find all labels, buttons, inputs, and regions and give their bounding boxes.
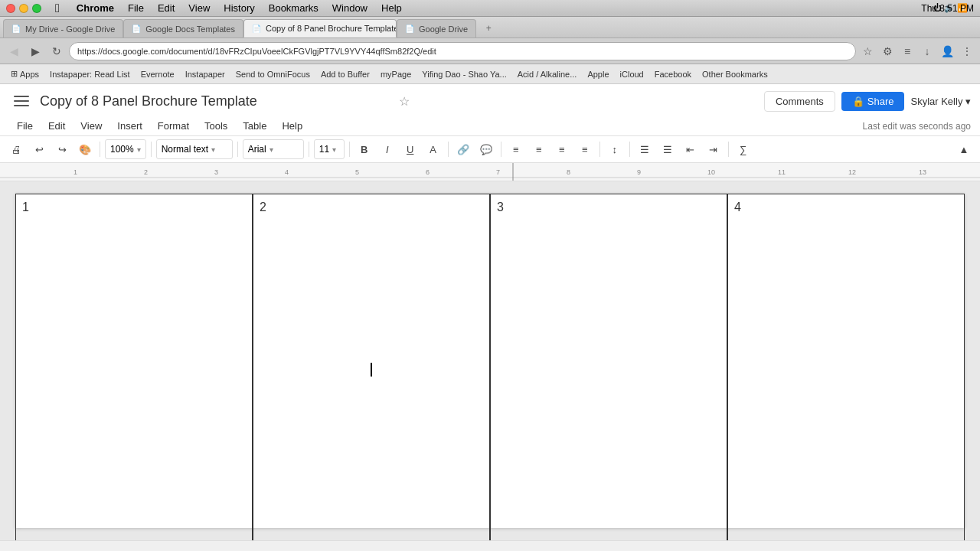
numbered-list-button[interactable]: ☰ [658, 139, 678, 159]
svg-text:2: 2 [144, 168, 148, 176]
bullet-list-button[interactable]: ☰ [635, 139, 655, 159]
tab-icon-templates: 📄 [132, 24, 141, 33]
panel-4[interactable]: 4 [727, 194, 965, 540]
extension-icon-4[interactable]: 👤 [939, 43, 956, 60]
tab-google-drive[interactable]: 📄 Google Drive [397, 19, 476, 37]
help-menu[interactable]: Help [375, 0, 408, 17]
tab-my-drive[interactable]: 📄 My Drive - Google Drive [3, 19, 123, 37]
comments-button[interactable]: Comments [764, 91, 835, 112]
formula-button[interactable]: ∑ [733, 139, 753, 159]
italic-button[interactable]: I [377, 139, 397, 159]
user-name[interactable]: Skylar Kelly ▾ [910, 96, 971, 107]
url-bar[interactable]: https://docs.google.com/document/d/18vFR… [69, 42, 856, 60]
minimize-button[interactable] [19, 4, 28, 13]
bookmark-yifing[interactable]: Yifing Dao - Shao Ya... [417, 68, 511, 80]
document-title[interactable]: Copy of 8 Panel Brochure Template [40, 93, 394, 109]
text-color-button[interactable]: A [423, 139, 443, 159]
file-menu[interactable]: File [122, 0, 150, 17]
toolbar-divider-3 [237, 142, 238, 157]
share-button[interactable]: 🔒 Share [841, 92, 905, 111]
size-dropdown[interactable]: 11 ▾ [314, 139, 345, 159]
collapse-toolbar-button[interactable]: ▲ [954, 139, 974, 159]
align-center-button[interactable]: ≡ [529, 139, 549, 159]
zoom-dropdown[interactable]: 100% ▾ [105, 139, 146, 159]
svg-text:5: 5 [355, 168, 359, 176]
chrome-menu[interactable]: Chrome [70, 0, 120, 17]
comment-button[interactable]: 💬 [476, 139, 496, 159]
docs-menu-view[interactable]: View [73, 118, 109, 134]
justify-button[interactable]: ≡ [575, 139, 595, 159]
font-dropdown[interactable]: Arial ▾ [243, 139, 304, 159]
tab-icon-brochure: 📄 [252, 24, 261, 33]
style-arrow: ▾ [211, 145, 215, 154]
bookmark-icloud[interactable]: iCloud [616, 68, 648, 80]
undo-button[interactable]: ↩ [29, 139, 49, 159]
panel-2-number: 2 [260, 201, 266, 214]
bold-button[interactable]: B [354, 139, 374, 159]
history-menu[interactable]: History [217, 0, 260, 17]
svg-text:4: 4 [285, 168, 289, 176]
bookmark-apps[interactable]: ⊞ Apps [6, 67, 44, 80]
star-icon[interactable]: ☆ [399, 94, 410, 109]
zoom-arrow: ▾ [137, 145, 141, 154]
horizontal-scrollbar[interactable] [0, 540, 980, 551]
new-tab-button[interactable]: + [479, 21, 498, 36]
bookmark-mypage[interactable]: myPage [376, 68, 416, 80]
toolbar-divider-6 [448, 142, 449, 157]
decrease-indent-button[interactable]: ⇤ [681, 139, 701, 159]
redo-button[interactable]: ↪ [52, 139, 72, 159]
extension-icon-1[interactable]: ⚙ [879, 43, 896, 60]
toolbar-divider-5 [349, 142, 350, 157]
apple-menu[interactable]:  [49, 0, 66, 17]
bookmark-facebook[interactable]: Facebook [650, 68, 696, 80]
extension-icon-2[interactable]: ≡ [899, 43, 916, 60]
line-spacing-button[interactable]: ↕ [605, 139, 625, 159]
print-button[interactable]: 🖨 [6, 139, 26, 159]
doc-area[interactable]: 1 2 3 4 [0, 181, 980, 540]
bookmark-apple[interactable]: Apple [583, 68, 613, 80]
increase-indent-button[interactable]: ⇥ [704, 139, 724, 159]
underline-button[interactable]: U [400, 139, 420, 159]
svg-text:7: 7 [496, 168, 500, 176]
panel-2[interactable]: 2 [253, 194, 490, 540]
bookmark-star-icon[interactable]: ☆ [859, 43, 876, 60]
bookmark-evernote[interactable]: Evernote [136, 68, 179, 80]
bookmarks-menu[interactable]: Bookmarks [263, 0, 325, 17]
docs-menu-file[interactable]: File [9, 118, 41, 134]
reload-button[interactable]: ↻ [47, 42, 66, 60]
align-right-button[interactable]: ≡ [552, 139, 572, 159]
view-menu[interactable]: View [182, 0, 216, 17]
docs-header: Copy of 8 Panel Brochure Template ☆ Comm… [0, 84, 980, 136]
style-dropdown[interactable]: Normal text ▾ [156, 139, 233, 159]
bookmark-buffer[interactable]: Add to Buffer [316, 68, 374, 80]
back-button[interactable]: ◀ [5, 42, 23, 60]
close-button[interactable] [6, 4, 15, 13]
docs-menu-insert[interactable]: Insert [109, 118, 150, 134]
hamburger-menu[interactable] [9, 89, 34, 113]
extension-icon-5[interactable]: ⋮ [959, 43, 975, 60]
edit-menu[interactable]: Edit [152, 0, 181, 17]
bookmark-omnifocus[interactable]: Send to OmniFocus [231, 68, 315, 80]
align-left-button[interactable]: ≡ [506, 139, 526, 159]
paint-format-button[interactable]: 🎨 [75, 139, 95, 159]
browser-tabs: 📄 My Drive - Google Drive 📄 Google Docs … [0, 17, 980, 38]
toolbar-divider-4 [309, 142, 309, 157]
bookmark-acid[interactable]: Acid / Alkaline... [513, 68, 582, 80]
link-button[interactable]: 🔗 [453, 139, 473, 159]
maximize-button[interactable] [32, 4, 41, 13]
docs-menu-edit[interactable]: Edit [41, 118, 73, 134]
docs-menu-format[interactable]: Format [150, 118, 197, 134]
bookmark-other[interactable]: Other Bookmarks [697, 68, 773, 80]
panel-1[interactable]: 1 [15, 194, 253, 540]
bookmark-instapaper[interactable]: Instapaper [181, 68, 230, 80]
extension-icon-3[interactable]: ↓ [919, 43, 936, 60]
bookmark-instapaper-read[interactable]: Instapaper: Read List [45, 68, 135, 80]
panel-3[interactable]: 3 [490, 194, 727, 540]
docs-menu-table[interactable]: Table [235, 118, 274, 134]
tab-brochure[interactable]: 📄 Copy of 8 Panel Brochure Template ✕ [243, 19, 397, 37]
forward-button[interactable]: ▶ [26, 42, 44, 60]
docs-menu-help[interactable]: Help [274, 118, 310, 134]
window-menu[interactable]: Window [326, 0, 374, 17]
docs-menu-tools[interactable]: Tools [197, 118, 235, 134]
tab-google-docs-templates[interactable]: 📄 Google Docs Templates [123, 19, 243, 37]
